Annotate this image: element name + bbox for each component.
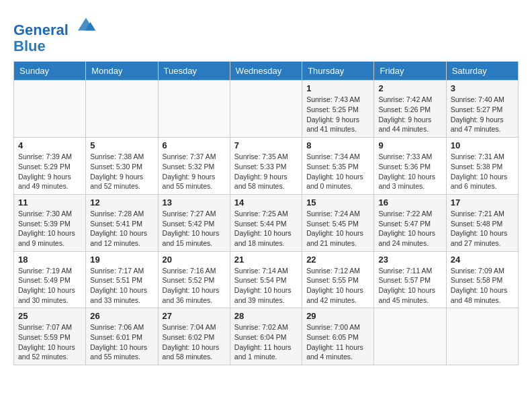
calendar-cell: 24Sunrise: 7:09 AMSunset: 5:58 PMDayligh… [446,251,518,308]
column-header-saturday: Saturday [446,62,518,81]
day-info: Sunrise: 7:22 AMSunset: 5:47 PMDaylight:… [378,209,441,248]
calendar-week-4: 18Sunrise: 7:19 AMSunset: 5:49 PMDayligh… [14,251,519,308]
logo-text: General [13,13,97,38]
day-number: 3 [451,83,514,93]
calendar-cell [230,81,302,138]
column-header-monday: Monday [86,62,158,81]
day-info: Sunrise: 7:14 AMSunset: 5:54 PMDaylight:… [234,266,298,306]
day-number: 10 [451,140,514,150]
day-info: Sunrise: 7:38 AMSunset: 5:30 PMDaylight:… [90,152,153,191]
day-number: 17 [451,197,514,208]
calendar-cell: 13Sunrise: 7:27 AMSunset: 5:42 PMDayligh… [158,194,230,251]
calendar-cell [158,81,230,138]
calendar-cell: 4Sunrise: 7:39 AMSunset: 5:29 PMDaylight… [14,138,86,195]
calendar-week-2: 4Sunrise: 7:39 AMSunset: 5:29 PMDaylight… [14,138,519,195]
calendar-cell: 9Sunrise: 7:33 AMSunset: 5:36 PMDaylight… [374,138,446,195]
calendar-week-5: 25Sunrise: 7:07 AMSunset: 5:59 PMDayligh… [14,308,519,365]
calendar-cell: 1Sunrise: 7:43 AMSunset: 5:25 PMDaylight… [302,81,374,138]
calendar-cell: 26Sunrise: 7:06 AMSunset: 6:01 PMDayligh… [86,308,158,365]
day-number: 1 [306,83,369,93]
calendar-table: SundayMondayTuesdayWednesdayThursdayFrid… [13,61,519,365]
day-number: 22 [306,255,369,265]
day-info: Sunrise: 7:25 AMSunset: 5:44 PMDaylight:… [234,209,298,248]
calendar-cell: 14Sunrise: 7:25 AMSunset: 5:44 PMDayligh… [230,194,302,251]
day-number: 20 [163,255,226,265]
day-number: 18 [18,255,81,265]
logo-general: General [13,21,69,38]
calendar-cell: 11Sunrise: 7:30 AMSunset: 5:39 PMDayligh… [14,194,86,251]
day-info: Sunrise: 7:11 AMSunset: 5:57 PMDaylight:… [378,266,441,306]
day-info: Sunrise: 7:39 AMSunset: 5:29 PMDaylight:… [18,152,81,191]
calendar-body: 1Sunrise: 7:43 AMSunset: 5:25 PMDaylight… [14,81,519,365]
logo-icon [75,13,97,35]
calendar-week-1: 1Sunrise: 7:43 AMSunset: 5:25 PMDaylight… [14,81,519,138]
calendar-cell: 2Sunrise: 7:42 AMSunset: 5:26 PMDaylight… [374,81,446,138]
calendar-cell: 25Sunrise: 7:07 AMSunset: 5:59 PMDayligh… [14,308,86,365]
column-header-tuesday: Tuesday [158,62,230,81]
column-header-thursday: Thursday [302,62,374,81]
day-number: 11 [18,197,81,208]
calendar-cell [86,81,158,138]
day-info: Sunrise: 7:43 AMSunset: 5:25 PMDaylight:… [306,95,369,134]
column-header-wednesday: Wednesday [230,62,302,81]
calendar-cell: 19Sunrise: 7:17 AMSunset: 5:51 PMDayligh… [86,251,158,308]
day-number: 14 [234,197,298,208]
day-info: Sunrise: 7:09 AMSunset: 5:58 PMDaylight:… [451,266,514,306]
day-number: 28 [234,311,298,321]
calendar-cell: 27Sunrise: 7:04 AMSunset: 6:02 PMDayligh… [158,308,230,365]
calendar-cell [14,81,86,138]
day-number: 5 [90,140,153,150]
day-info: Sunrise: 7:19 AMSunset: 5:49 PMDaylight:… [18,266,81,306]
calendar-cell: 28Sunrise: 7:02 AMSunset: 6:04 PMDayligh… [230,308,302,365]
calendar-cell: 7Sunrise: 7:35 AMSunset: 5:33 PMDaylight… [230,138,302,195]
calendar-cell: 3Sunrise: 7:40 AMSunset: 5:27 PMDaylight… [446,81,518,138]
calendar-cell: 23Sunrise: 7:11 AMSunset: 5:57 PMDayligh… [374,251,446,308]
day-info: Sunrise: 7:02 AMSunset: 6:04 PMDaylight:… [234,322,298,362]
day-info: Sunrise: 7:37 AMSunset: 5:32 PMDaylight:… [163,152,226,191]
day-number: 29 [306,311,369,321]
calendar-week-3: 11Sunrise: 7:30 AMSunset: 5:39 PMDayligh… [14,194,519,251]
day-info: Sunrise: 7:06 AMSunset: 6:01 PMDaylight:… [90,322,153,362]
day-info: Sunrise: 7:34 AMSunset: 5:35 PMDaylight:… [306,152,369,191]
day-info: Sunrise: 7:04 AMSunset: 6:02 PMDaylight:… [163,322,226,362]
calendar-cell: 22Sunrise: 7:12 AMSunset: 5:55 PMDayligh… [302,251,374,308]
day-number: 13 [163,197,226,208]
day-info: Sunrise: 7:27 AMSunset: 5:42 PMDaylight:… [163,209,226,248]
calendar-cell: 20Sunrise: 7:16 AMSunset: 5:52 PMDayligh… [158,251,230,308]
day-info: Sunrise: 7:07 AMSunset: 5:59 PMDaylight:… [18,322,81,362]
calendar-cell: 18Sunrise: 7:19 AMSunset: 5:49 PMDayligh… [14,251,86,308]
day-info: Sunrise: 7:28 AMSunset: 5:41 PMDaylight:… [90,209,153,248]
day-info: Sunrise: 7:30 AMSunset: 5:39 PMDaylight:… [18,209,81,248]
day-info: Sunrise: 7:31 AMSunset: 5:38 PMDaylight:… [451,152,514,191]
calendar-cell [446,308,518,365]
day-info: Sunrise: 7:33 AMSunset: 5:36 PMDaylight:… [378,152,441,191]
day-number: 21 [234,255,298,265]
day-number: 24 [451,255,514,265]
calendar-cell: 15Sunrise: 7:24 AMSunset: 5:45 PMDayligh… [302,194,374,251]
day-number: 8 [306,140,369,150]
calendar-cell: 29Sunrise: 7:00 AMSunset: 6:05 PMDayligh… [302,308,374,365]
day-info: Sunrise: 7:35 AMSunset: 5:33 PMDaylight:… [234,152,298,191]
day-info: Sunrise: 7:00 AMSunset: 6:05 PMDaylight:… [306,322,369,362]
calendar-cell [374,308,446,365]
day-number: 9 [378,140,441,150]
page-header: General Blue [13,13,519,54]
calendar-cell: 21Sunrise: 7:14 AMSunset: 5:54 PMDayligh… [230,251,302,308]
day-number: 6 [163,140,226,150]
day-number: 19 [90,255,153,265]
logo: General Blue [13,13,97,54]
day-number: 27 [163,311,226,321]
day-number: 25 [18,311,81,321]
day-number: 2 [378,83,441,93]
day-number: 12 [90,197,153,208]
day-info: Sunrise: 7:21 AMSunset: 5:48 PMDaylight:… [451,209,514,248]
day-number: 7 [234,140,298,150]
calendar-cell: 10Sunrise: 7:31 AMSunset: 5:38 PMDayligh… [446,138,518,195]
logo-blue: Blue [13,38,97,54]
day-info: Sunrise: 7:24 AMSunset: 5:45 PMDaylight:… [306,209,369,248]
day-info: Sunrise: 7:40 AMSunset: 5:27 PMDaylight:… [451,95,514,134]
calendar-header-row: SundayMondayTuesdayWednesdayThursdayFrid… [14,62,519,81]
day-number: 4 [18,140,81,150]
calendar-cell: 16Sunrise: 7:22 AMSunset: 5:47 PMDayligh… [374,194,446,251]
calendar-cell: 8Sunrise: 7:34 AMSunset: 5:35 PMDaylight… [302,138,374,195]
